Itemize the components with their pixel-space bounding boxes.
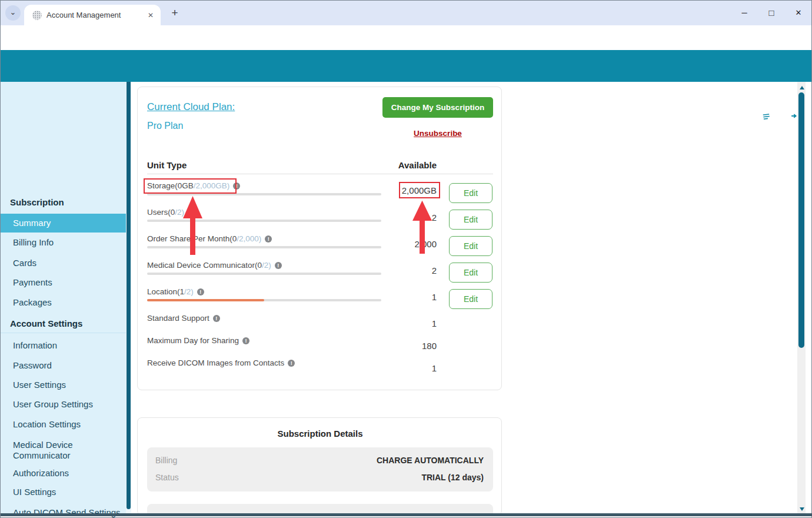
location-edit-button[interactable]: Edit [449,289,492,309]
subscription-details-card: Subscription Details Billing CHARGE AUTO… [137,417,502,516]
unsubscribe-link[interactable]: Unsubscribe [382,129,493,138]
info-icon[interactable]: ! [213,315,220,322]
sidebar-section-subscription: Subscription [10,197,122,207]
unit-row-order-share-label: Order Share Per Month(0/2,000)! [147,234,272,245]
standard-support-available-value: 1 [354,318,437,329]
unit-row-receive-dicom-label: Receive DICOM Images from Contacts! [147,358,295,369]
sidebar-item-ui-settings[interactable]: UI Settings [13,487,122,497]
billing-status-box: Billing CHARGE AUTOMATICALLY Status TRIA… [147,447,493,492]
window-minimize-button[interactable]: ─ [733,4,756,22]
mdc-available-value: 2 [354,265,437,276]
annotation-box-storage-label [144,178,237,194]
sidebar-section-account-settings: Account Settings [10,318,122,328]
tab-title: Account Management [46,11,141,19]
unit-row-max-day-label: Maximum Day for Sharing! [147,336,249,347]
info-icon[interactable]: ! [197,288,204,295]
status-label: Status [155,473,179,482]
info-icon[interactable]: ! [275,262,282,269]
annotation-arrow-storage-label [182,195,204,255]
billing-label: Billing [155,456,177,465]
window-close-button[interactable]: ✕ [787,4,810,22]
users-edit-button[interactable]: Edit [449,210,492,230]
location-available-value: 1 [354,292,437,303]
order-share-edit-button[interactable]: Edit [449,236,492,256]
sidebar-item-cards[interactable]: Cards [13,258,122,268]
sidebar-scrollbar-thumb[interactable] [127,82,131,509]
unit-row-location-label: Location(1/2)! [147,287,204,298]
sidebar-item-billing-info[interactable]: Billing Info [13,237,122,248]
mdc-progress-bar [147,273,381,275]
browser-tab[interactable]: Account Management ✕ [24,5,161,25]
tab-strip: ⌄ Account Management ✕ + ─ □ ✕ [1,1,811,25]
tab-search-chevron-icon[interactable]: ⌄ [5,5,21,21]
unit-row-mdc-label: Medical Device Communicator(0/2)! [147,261,282,271]
unit-type-column-header: Unit Type [147,160,187,170]
current-plan-heading: Current Cloud Plan: [147,101,235,113]
sidebar-item-summary[interactable]: Summary [1,214,127,233]
info-icon[interactable]: ! [242,337,249,344]
annotation-arrow-storage-value [411,200,433,254]
sidebar-divider [1,333,127,333]
tab-favicon-icon [32,11,42,20]
app-header: postDICOM Summary [1,50,811,82]
browser-toolbar: ← → ↻ germany.postdicom.com/AccountManag… [1,25,811,50]
packages-cards-icon[interactable] [760,108,777,124]
sidebar-item-medical-device-communicator[interactable]: Medical Device Communicator [13,440,104,461]
sidebar-item-user-group-settings[interactable]: User Group Settings [13,399,122,410]
scrollbar-down-arrow-icon[interactable] [800,507,804,511]
sidebar-item-information[interactable]: Information [13,340,122,351]
new-tab-button[interactable]: + [168,6,182,20]
table-header-divider [147,174,493,174]
browser-window: ⌄ Account Management ✕ + ─ □ ✕ ← → ↻ ger… [0,0,812,518]
tab-close-icon[interactable]: ✕ [145,10,156,21]
location-progress-fill [147,299,264,301]
max-day-available-value: 180 [354,341,437,351]
billing-value: CHARGE AUTOMATICALLY [377,456,484,465]
sidebar-item-user-settings[interactable]: User Settings [13,380,122,390]
status-value: TRIAL (12 days) [421,473,484,482]
info-icon[interactable]: ! [288,360,295,367]
available-column-header: Available [354,160,437,170]
location-progress-bar [147,299,381,301]
sidebar-item-authorizations[interactable]: Authorizations [13,468,122,479]
change-subscription-button[interactable]: Change My Subscription [382,97,493,118]
sidebar-item-packages[interactable]: Packages [13,297,122,308]
sidebar-item-location-settings[interactable]: Location Settings [13,419,122,430]
sidebar-nav: Subscription Summary Billing Info Cards … [1,82,127,516]
sidebar-item-auto-dicom-send-settings[interactable]: Auto DICOM Send Settings [13,507,122,518]
mdc-edit-button[interactable]: Edit [449,263,492,283]
unit-row-standard-support-label: Standard Support! [147,314,220,324]
info-icon[interactable]: ! [265,235,272,243]
sidebar-item-payments[interactable]: Payments [13,277,122,288]
sidebar-item-label: Summary [13,218,122,228]
window-bottom-edge [1,513,812,516]
receive-dicom-available-value: 1 [354,363,437,374]
sidebar-item-password[interactable]: Password [13,360,122,371]
plan-name: Pro Plan [147,121,183,131]
page-scrollbar-thumb[interactable] [798,92,804,348]
window-maximize-button[interactable]: □ [760,4,783,22]
storage-edit-button[interactable]: Edit [449,183,492,203]
subscription-details-title: Subscription Details [138,429,502,439]
scrollbar-up-arrow-icon[interactable] [800,86,804,89]
annotation-box-storage-value [399,182,440,198]
